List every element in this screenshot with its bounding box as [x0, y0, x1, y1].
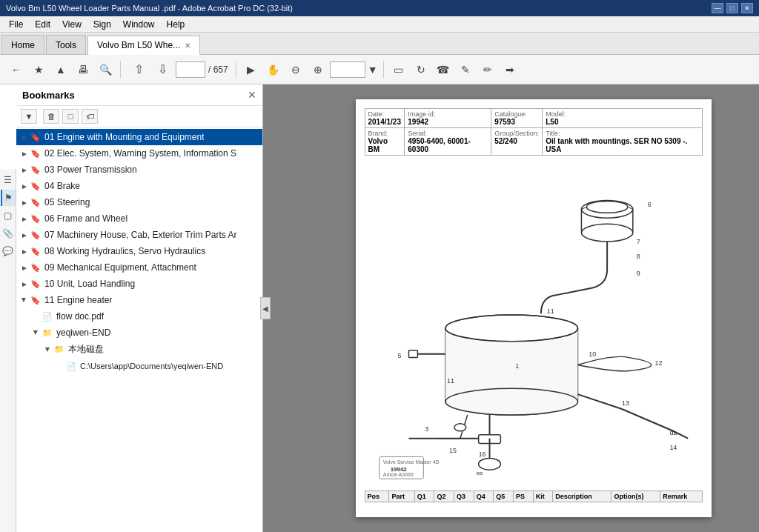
serial-label: Serial: — [408, 130, 488, 137]
zoom-in-button[interactable]: ⊕ — [308, 59, 328, 80]
drawing-button[interactable]: ✏ — [477, 59, 498, 80]
toolbar-btn-back[interactable]: ← — [6, 59, 27, 80]
bookmark-item-01[interactable]: ► 🔖 01 Engine with Mounting and Equipmen… — [16, 129, 262, 145]
svg-rect-16 — [408, 350, 417, 358]
share-button[interactable]: ➡ — [500, 59, 520, 80]
bookmark-item-02[interactable]: ► 🔖 02 Elec. System, Warning System, Inf… — [16, 145, 262, 162]
chevron-01: ► — [19, 132, 30, 142]
svg-point-6 — [581, 224, 632, 242]
bm-tag-button[interactable]: 🏷 — [82, 109, 98, 124]
hand-tool-button[interactable]: ✋ — [263, 59, 284, 80]
prev-page-button[interactable]: ⇧ — [128, 59, 149, 80]
part-label-3: 3 — [425, 425, 428, 433]
diagram-area: 6 7 8 9 12 10 15 — [365, 162, 703, 488]
tab-document[interactable]: Volvo Bm L50 Whe... ✕ — [87, 36, 200, 55]
menu-help[interactable]: Help — [161, 18, 191, 31]
bookmark-item-03[interactable]: ► 🔖 03 Power Transmission — [16, 162, 262, 178]
rotate-button[interactable]: ↻ — [411, 59, 431, 80]
bookmark-item-11[interactable]: ► 🔖 11 Engine heater — [16, 292, 262, 308]
part-label-7: 7 — [636, 238, 640, 245]
tab-home[interactable]: Home — [1, 35, 44, 54]
bookmark-icon-04: 🔖 — [30, 180, 42, 192]
menu-sign[interactable]: Sign — [87, 18, 117, 31]
col-q5: Q5 — [494, 491, 514, 502]
zoom-out-button[interactable]: ⊖ — [285, 59, 306, 80]
toolbar-btn-print[interactable]: 🖶 — [73, 59, 93, 80]
menu-view[interactable]: View — [56, 18, 87, 31]
bookmark-icon-09: 🔖 — [30, 262, 42, 273]
chevron-02: ► — [19, 148, 30, 159]
zoom-dropdown-button[interactable]: ▼ — [367, 59, 379, 80]
side-icon-layers[interactable]: ☰ — [1, 172, 16, 188]
maximize-button[interactable]: □ — [726, 3, 738, 13]
parts-table: Pos Part Q1 Q2 Q3 Q4 Q5 PS Kit Descripti… — [365, 491, 703, 502]
toolbar-btn-cloud[interactable]: ▲ — [50, 59, 71, 80]
col-part: Part — [389, 491, 414, 502]
model-value: L50 — [546, 118, 698, 126]
bookmark-item-10[interactable]: ► 🔖 10 Unit, Load Handling — [16, 276, 262, 292]
bookmark-item-05[interactable]: ► 🔖 05 Steering — [16, 194, 262, 210]
date-value: 2014/1/23 — [368, 118, 402, 126]
bookmark-label-07: 07 Machinery House, Cab, Exterior Trim P… — [44, 230, 236, 240]
toolbar-left: ← ★ ▲ 🖶 🔍 — [6, 59, 116, 80]
part-label-1: 1 — [515, 362, 519, 370]
bookmark-icon-yeqiwen: 📁 — [42, 327, 53, 339]
close-button[interactable]: ✕ — [741, 3, 753, 13]
part-label-5: 5 — [397, 352, 401, 359]
pdf-area[interactable]: Date: 2014/1/23 Image id: 19942 Catalogu… — [263, 84, 759, 532]
zoom-input[interactable]: 66.7% — [330, 61, 365, 78]
bookmark-label-03: 03 Power Transmission — [44, 164, 137, 175]
bm-expand-button[interactable]: □ — [62, 109, 79, 124]
bookmark-icon-02: 🔖 — [30, 147, 42, 159]
bookmark-icon-08: 🔖 — [30, 245, 42, 257]
side-icon-pages[interactable]: ▢ — [1, 207, 16, 224]
col-pos: Pos — [365, 491, 389, 502]
menu-file[interactable]: File — [3, 18, 29, 31]
tab-tools[interactable]: Tools — [46, 35, 86, 54]
toolbar-btn-bookmark-add[interactable]: ★ — [28, 59, 49, 80]
part-label-13: 13 — [621, 399, 629, 407]
tab-close-button[interactable]: ✕ — [185, 41, 190, 50]
minimize-button[interactable]: — — [712, 3, 723, 13]
page-number-input[interactable]: 316 — [176, 61, 205, 78]
sidebar-collapse-button[interactable]: ◀ — [260, 297, 271, 319]
toolbar-tools: ▭ ↻ ☎ ✎ ✏ ➡ — [388, 59, 520, 80]
comment-button[interactable]: ☎ — [433, 59, 454, 80]
zoom-display: 66.7% ▼ — [330, 59, 379, 80]
next-page-button[interactable]: ⇩ — [152, 59, 173, 80]
part-label-6: 6 — [647, 201, 651, 208]
fit-page-button[interactable]: ▭ — [388, 59, 409, 80]
bookmark-item-07[interactable]: ► 🔖 07 Machinery House, Cab, Exterior Tr… — [16, 227, 262, 243]
bookmarks-close-button[interactable]: ✕ — [248, 89, 256, 101]
side-icon-bar: ☰ ⚑ ▢ 📎 💬 — [0, 169, 16, 532]
bm-delete-button[interactable]: 🗑 — [43, 109, 59, 124]
image-id-value: 19942 — [408, 118, 488, 126]
title-bar-text: Volvo Bm L50 Wheel Loader Parts Manual .… — [6, 4, 712, 13]
bookmark-item-local-disk[interactable]: ► 📁 本地磁盘 — [16, 341, 262, 358]
page-navigation: ⇧ ⇩ 316 / 657 — [128, 59, 228, 80]
bookmark-item-04[interactable]: ► 🔖 04 Brake — [16, 178, 262, 194]
menu-edit[interactable]: Edit — [29, 18, 56, 31]
svg-point-17 — [454, 424, 465, 431]
menu-window[interactable]: Window — [117, 18, 161, 31]
part-label-8: 8 — [636, 253, 640, 260]
date-label: Date: — [368, 110, 402, 118]
bookmark-label-flow: flow doc.pdf — [56, 311, 104, 322]
bookmark-item-flow[interactable]: ► 📄 flow doc.pdf — [16, 308, 262, 325]
side-icon-bookmarks[interactable]: ⚑ — [1, 190, 16, 206]
col-options: Option(s) — [611, 491, 660, 502]
cursor-tool-button[interactable]: ▶ — [241, 59, 262, 80]
bookmarks-title: Bookmarks — [22, 90, 75, 101]
toolbar-btn-search[interactable]: 🔍 — [95, 59, 116, 80]
bookmark-item-08[interactable]: ► 🔖 08 Working Hydraulics, Servo Hydraul… — [16, 243, 262, 259]
bookmark-label-06: 06 Frame and Wheel — [44, 213, 127, 224]
bookmark-label-08: 08 Working Hydraulics, Servo Hydraulics — [44, 246, 205, 256]
bookmark-item-09[interactable]: ► 🔖 09 Mechanical Equipment, Attachment — [16, 259, 262, 276]
side-icon-comments[interactable]: 💬 — [1, 243, 16, 259]
highlight-button[interactable]: ✎ — [455, 59, 476, 80]
bookmark-item-06[interactable]: ► 🔖 06 Frame and Wheel — [16, 210, 262, 227]
bookmark-item-yeqiwen[interactable]: ► 📁 yeqiwen-END — [16, 325, 262, 341]
bm-options-button[interactable]: ▼ — [21, 109, 37, 124]
side-icon-attachments[interactable]: 📎 — [1, 225, 16, 242]
bookmark-item-path[interactable]: ► 📄 C:\Users\app\Documents\yeqiwen-END — [16, 358, 262, 374]
